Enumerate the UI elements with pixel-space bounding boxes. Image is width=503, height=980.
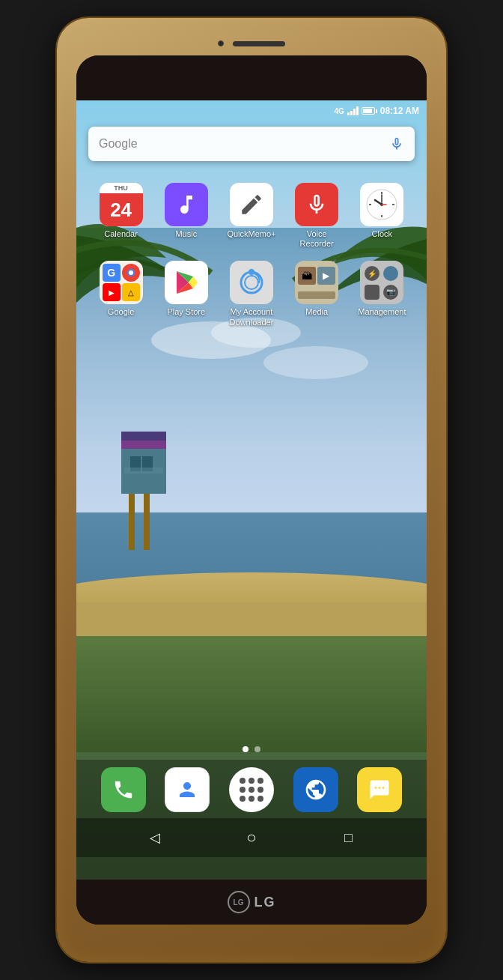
svg-rect-16 (124, 468, 163, 474)
svg-point-3 (263, 346, 368, 379)
phone-device: 4G 08:12 AM (57, 18, 446, 962)
dock-app-browser[interactable] (290, 767, 342, 812)
lg-circle-icon: LG (228, 891, 250, 913)
speaker-grille (233, 41, 285, 46)
clock-label: Clock (372, 229, 393, 239)
app-dock: ◁ ○ □ (76, 760, 427, 880)
apps-grid-icon (240, 778, 263, 802)
svg-point-28 (245, 276, 258, 289)
mgmt-icon-3 (365, 285, 379, 300)
bottom-bezel: LG LG (76, 880, 427, 925)
page-dot-2[interactable] (254, 746, 260, 752)
clock-face-icon (365, 188, 398, 221)
google-label: Google (108, 307, 134, 317)
media-label: Media (305, 307, 328, 317)
voice-recorder-label: VoiceRecorder (300, 229, 334, 249)
my-account-icon (238, 269, 265, 296)
mgmt-icon-4: 📷 (383, 285, 398, 300)
dock-app-messages[interactable] (353, 767, 406, 812)
app-grid: THU 24 Calendar Music (76, 175, 427, 341)
app-row-2: G ▶ △ (88, 261, 415, 327)
pencil-icon (239, 192, 264, 217)
recents-button[interactable]: □ (335, 824, 362, 851)
status-bar: 4G 08:12 AM (76, 100, 427, 121)
app-quickmemo[interactable]: QuickMemo+ (222, 183, 281, 249)
media-photo-icon: 🏔 (298, 267, 316, 285)
quickmemo-label: QuickMemo+ (227, 229, 275, 239)
page-indicator (76, 746, 427, 752)
mic-icon (305, 193, 329, 217)
app-media[interactable]: 🏔 ▶ Media (287, 261, 346, 327)
lg-brand-text: LG (254, 895, 276, 910)
app-my-account[interactable]: My AccountDownloader (222, 261, 281, 327)
phone-icon (112, 778, 135, 801)
network-indicator: 4G (334, 107, 344, 115)
globe-icon (304, 778, 328, 802)
chrome-icon (122, 264, 140, 282)
page-dot-1[interactable] (243, 746, 249, 752)
music-note-icon (174, 193, 198, 217)
front-camera (218, 40, 224, 46)
mgmt-icon-2 (383, 266, 398, 281)
play-store-icon (172, 268, 201, 297)
mic-icon[interactable] (389, 136, 404, 151)
top-bezel (76, 55, 427, 100)
search-placeholder: Google (99, 137, 389, 151)
svg-point-29 (249, 269, 254, 275)
back-button[interactable]: ◁ (141, 824, 168, 851)
svg-rect-8 (129, 490, 135, 550)
calendar-day: THU (100, 183, 143, 193)
app-clock[interactable]: Clock (353, 183, 411, 249)
music-label: Music (175, 229, 197, 239)
google-g-icon: G (103, 264, 121, 282)
my-account-label: My AccountDownloader (230, 307, 274, 327)
app-row-1: THU 24 Calendar Music (88, 183, 415, 249)
google-search-bar[interactable]: Google (88, 127, 415, 161)
svg-rect-9 (144, 490, 150, 550)
battery-indicator (362, 107, 377, 115)
management-label: Management (358, 307, 406, 317)
messages-icon (368, 778, 391, 801)
dock-app-row (76, 760, 427, 818)
phone-screen-container: 4G 08:12 AM (76, 55, 427, 925)
app-voice-recorder[interactable]: VoiceRecorder (287, 183, 346, 249)
youtube-icon: ▶ (103, 283, 121, 301)
mgmt-icon-1: ⚡ (365, 266, 379, 281)
play-store-label: Play Store (167, 307, 205, 317)
calendar-label: Calendar (104, 229, 138, 239)
app-music[interactable]: Music (157, 183, 216, 249)
drive-icon: △ (122, 283, 140, 301)
svg-rect-13 (121, 432, 166, 441)
media-video-icon: ▶ (317, 267, 335, 285)
contacts-icon (176, 778, 198, 801)
signal-strength (347, 106, 359, 115)
app-google[interactable]: G ▶ △ (92, 261, 150, 327)
svg-rect-7 (76, 636, 427, 752)
app-management[interactable]: ⚡ 📷 Management (353, 261, 411, 327)
dock-app-contacts[interactable] (161, 767, 213, 812)
app-play-store[interactable]: Play Store (157, 261, 216, 327)
dock-app-phone[interactable] (97, 767, 150, 812)
dock-app-launcher[interactable] (225, 767, 278, 812)
app-calendar[interactable]: THU 24 Calendar (92, 183, 150, 249)
lg-logo: LG LG (228, 891, 276, 913)
home-screen: 4G 08:12 AM (76, 100, 427, 880)
media-bar (298, 291, 335, 299)
home-button[interactable]: ○ (238, 824, 265, 851)
calendar-date: 24 (100, 193, 143, 226)
status-time: 08:12 AM (380, 106, 419, 116)
navigation-bar: ◁ ○ □ (76, 818, 427, 857)
